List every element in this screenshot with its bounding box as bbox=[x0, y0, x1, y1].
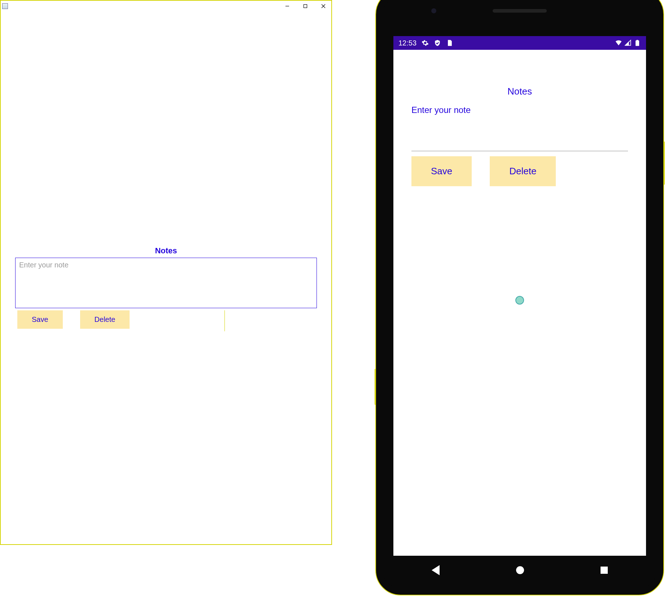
titlebar bbox=[1, 1, 331, 12]
button-row: Save Delete bbox=[15, 310, 317, 329]
save-button[interactable]: Save bbox=[17, 310, 63, 329]
phone-side-button bbox=[663, 141, 665, 185]
statusbar-right bbox=[615, 39, 641, 47]
android-nav-bar bbox=[393, 559, 646, 581]
desktop-content: Notes Save Delete bbox=[1, 246, 331, 616]
nav-back-button[interactable] bbox=[432, 565, 440, 575]
statusbar-time: 12:53 bbox=[398, 39, 416, 47]
page-title: Notes bbox=[15, 246, 317, 255]
statusbar: 12:53 bbox=[393, 36, 646, 50]
phone-side-button bbox=[375, 369, 376, 405]
statusbar-left: 12:53 bbox=[398, 39, 453, 47]
note-input-placeholder: Enter your note bbox=[411, 104, 628, 117]
touch-indicator-icon bbox=[515, 296, 524, 305]
svg-rect-4 bbox=[636, 40, 639, 46]
close-button[interactable] bbox=[320, 3, 327, 10]
page-title: Notes bbox=[411, 86, 628, 97]
delete-button[interactable]: Delete bbox=[80, 310, 130, 329]
battery-icon bbox=[634, 39, 641, 47]
window-controls bbox=[284, 3, 330, 10]
phone-device: 12:53 Notes Enter your note bbox=[375, 0, 664, 595]
phone-earpiece bbox=[493, 9, 547, 13]
phone-body: 12:53 Notes Enter your note bbox=[383, 0, 657, 588]
save-button[interactable]: Save bbox=[411, 156, 472, 186]
svg-rect-5 bbox=[637, 40, 638, 41]
phone-camera bbox=[431, 8, 436, 13]
button-row: Save Delete bbox=[411, 156, 628, 186]
shield-icon bbox=[434, 39, 441, 47]
note-input[interactable]: Enter your note bbox=[411, 104, 628, 151]
nav-recent-button[interactable] bbox=[601, 567, 608, 574]
sim-icon bbox=[446, 39, 453, 47]
delete-button[interactable]: Delete bbox=[490, 156, 556, 186]
svg-rect-1 bbox=[304, 5, 307, 8]
phone-screen: 12:53 Notes Enter your note bbox=[393, 36, 646, 556]
wifi-icon bbox=[615, 39, 622, 47]
note-input[interactable] bbox=[15, 258, 317, 308]
gear-icon bbox=[422, 39, 429, 47]
minimize-button[interactable] bbox=[284, 3, 291, 10]
app-icon bbox=[2, 3, 8, 9]
desktop-window: Notes Save Delete bbox=[0, 0, 332, 545]
input-underline bbox=[411, 151, 628, 151]
signal-icon bbox=[624, 39, 632, 47]
maximize-button[interactable] bbox=[302, 3, 309, 10]
phone-content: Notes Enter your note Save Delete bbox=[393, 86, 646, 186]
nav-home-button[interactable] bbox=[516, 566, 524, 574]
